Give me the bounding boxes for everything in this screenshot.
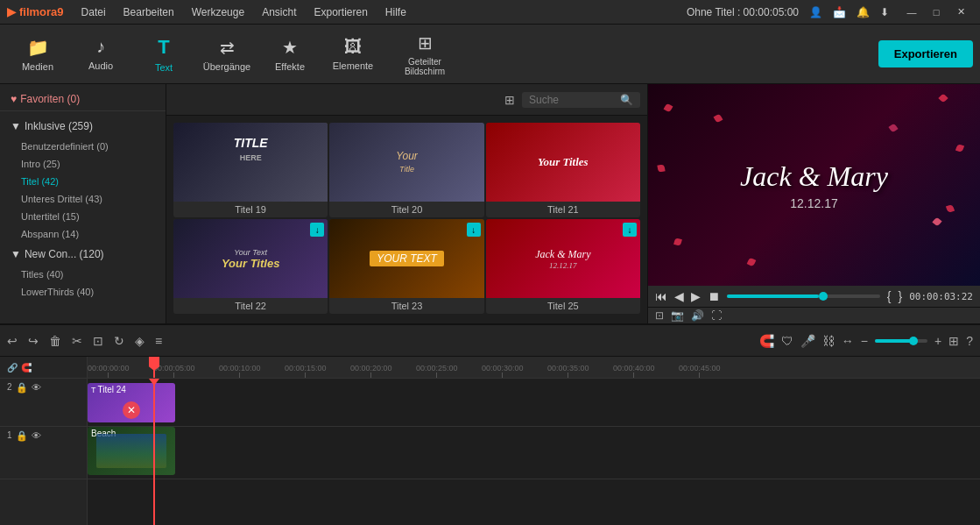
redo-button[interactable]: ↪ [28,334,39,348]
close-button[interactable]: ✕ [948,0,973,25]
play-button[interactable]: ▶ [691,289,701,303]
tool-elemente[interactable]: 🖼 Elemente [322,29,384,80]
menu-exportieren[interactable]: Exportieren [307,4,374,20]
elemente-icon: 🖼 [344,37,362,57]
track-2-eye[interactable]: 👁 [32,382,41,393]
sidebar-section-newcon[interactable]: ▼ New Con... (120) [0,243,166,266]
plus-button[interactable]: + [934,334,941,348]
search-icon: 🔍 [620,94,633,106]
download-badge-22: ↓ [310,223,324,237]
tool-effekte[interactable]: ★ Effekte [259,29,321,80]
thumb-titel25[interactable]: ↓ Jack & Mary 12.12.17 Titel 25 [486,219,640,314]
minimize-button[interactable]: — [899,0,924,25]
thumb-titel19[interactable]: TITLE HERE Titel 19 [173,123,328,217]
zoom-track[interactable] [875,339,927,343]
thumb-titel22[interactable]: ↓ Your Text Your Titles Titel 22 [173,219,328,314]
user-icon[interactable]: 👤 [809,6,822,18]
skip-back-button[interactable]: ⏮ [655,289,667,303]
search-box[interactable]: 🔍 [522,92,640,108]
progress-bar[interactable] [727,294,880,298]
help-icon[interactable]: ? [966,334,973,348]
sidebar-item-titles[interactable]: Titles (40) [0,266,166,283]
tool-geteilter[interactable]: ⊞ Geteilter Bildschirm [385,29,464,80]
download-icon[interactable]: ⬇ [880,6,889,18]
audio-mix-button[interactable]: ≡ [155,334,162,348]
title-bar-right: Ohne Titel : 00:00:05:00 👤 📩 🔔 ⬇ [687,6,889,18]
tool-audio[interactable]: ♪ Audio [70,29,131,80]
thumb-titel23[interactable]: ↓ YOUR TEXT Titel 23 [329,219,483,314]
tool-ubergange[interactable]: ⇄ Übergänge [196,29,257,80]
progress-fill [727,294,819,298]
sidebar-item-untertitel[interactable]: Untertitel (15) [0,208,166,225]
transition-icon[interactable]: ↔ [842,334,854,348]
favorites-section[interactable]: ♥ Favoriten (0) [0,88,166,111]
add-track-button[interactable]: ⊞ [948,334,959,348]
menu-bearbeiten[interactable]: Bearbeiten [116,4,181,20]
snap-icon[interactable]: 🧲 [759,334,774,348]
menu-datei[interactable]: Datei [74,4,113,20]
sidebar-item-titel[interactable]: Titel (42) [0,173,166,190]
sidebar-item-lowerthirds[interactable]: LowerThirds (40) [0,283,166,301]
playhead [153,379,155,525]
magnet-icon-small[interactable]: 🧲 [21,363,32,372]
thumb-img-21: Your Titles [486,123,640,202]
color-button[interactable]: ◈ [135,334,145,348]
zoom-slider[interactable] [875,339,927,343]
undo-button[interactable]: ↩ [7,334,18,348]
prev-frame-button[interactable]: ◀ [674,289,684,303]
tool-medien[interactable]: 📁 Medien [7,29,68,80]
medien-label: Medien [22,61,53,72]
menu-hilfe[interactable]: Hilfe [378,4,413,20]
clip-delete-button[interactable]: ✕ [123,401,140,419]
maximize-button[interactable]: □ [924,0,948,25]
track-1-number: 1 [7,430,12,440]
thumbnail-grid: TITLE HERE Titel 19 YourTitle Titel 20 Y… [166,116,647,321]
mic-icon[interactable]: 🎤 [800,334,815,348]
ruler-mark-10: 00:00:10:00 [219,364,261,378]
search-input[interactable] [529,94,617,106]
clip-titel24[interactable]: T Titel 24 ✕ [88,383,175,422]
thumb-label-20: Titel 20 [329,202,483,217]
delete-button[interactable]: 🗑 [49,334,61,348]
clip-beach[interactable]: Beach [88,427,175,475]
main-content: ♥ Favoriten (0) ▼ Inklusive (259) Benutz… [0,84,980,323]
export-button[interactable]: Exportieren [878,40,973,67]
bell-icon[interactable]: 🔔 [857,6,870,18]
stop-button[interactable]: ⏹ [708,289,720,303]
thumb-img-25: ↓ Jack & Mary 12.12.17 [486,219,640,298]
section-label: Inklusive (259) [25,120,93,132]
track-1-lock[interactable]: 🔒 [16,430,28,442]
time-display: 00:00:03:22 [909,291,973,302]
preview-title-text: Jack & Mary [740,160,888,193]
sidebar-item-abspann[interactable]: Abspann (14) [0,225,166,243]
bracket-in-icon[interactable]: { [887,289,892,303]
minus-button[interactable]: − [861,334,868,348]
pip-icon[interactable]: ⊡ [655,309,664,322]
ruler-mark-20: 00:00:20:00 [350,364,392,378]
volume-icon[interactable]: 🔊 [691,309,704,322]
thumb-titel20[interactable]: YourTitle Titel 20 [329,123,483,217]
fullscreen-icon[interactable]: ⛶ [711,309,722,322]
sidebar-section-inklusive[interactable]: ▼ Inklusive (259) [0,115,166,138]
snap-icon-small[interactable]: 🔗 [7,363,18,372]
thumb-titel21[interactable]: Your Titles Titel 21 [486,123,640,217]
bracket-out-icon[interactable]: } [898,289,902,303]
shield-icon[interactable]: 🛡 [781,334,793,348]
screenshot-icon[interactable]: 📷 [671,309,684,322]
menu-werkzeuge[interactable]: Werkzeuge [185,4,251,20]
crop-button[interactable]: ⊡ [93,334,103,348]
expand-icon: ▼ [11,120,21,132]
grid-view-icon[interactable]: ⊞ [504,93,515,107]
sidebar-item-unteres-drittel[interactable]: Unteres Drittel (43) [0,190,166,208]
detach-icon[interactable]: ⛓ [822,334,835,348]
track-2-lock[interactable]: 🔒 [16,382,28,394]
speed-button[interactable]: ↻ [114,334,124,348]
menu-ansicht[interactable]: Ansicht [255,4,303,20]
track-1-eye[interactable]: 👁 [32,430,41,441]
cut-button[interactable]: ✂ [72,334,82,348]
sidebar-item-benutzerdefiniert[interactable]: Benutzerdefiniert (0) [0,138,166,155]
notification-icon[interactable]: 📩 [833,6,846,18]
ruler-mark-45: 00:00:45:00 [679,364,721,378]
tool-text[interactable]: T Text [133,29,194,80]
sidebar-item-intro[interactable]: Intro (25) [0,155,166,173]
